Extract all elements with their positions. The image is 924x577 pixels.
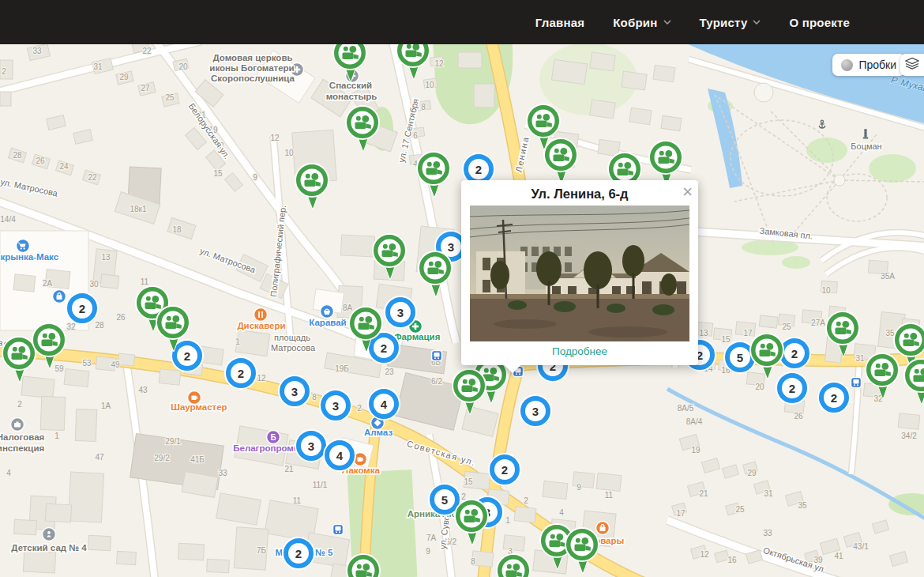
bus-stop-icon[interactable]: [333, 525, 344, 535]
house-number: 41: [834, 552, 843, 560]
park-fountain: [754, 83, 773, 102]
house-number: 41Б: [190, 455, 205, 464]
bag-icon[interactable]: [596, 522, 610, 535]
bag-icon[interactable]: [53, 290, 66, 304]
cluster-marker[interactable]: 3: [279, 375, 310, 407]
building: [590, 52, 615, 71]
house-number: 1: [54, 432, 59, 440]
nav-label: Главная: [535, 16, 584, 29]
building: [458, 52, 482, 68]
house-number: 28: [13, 151, 22, 160]
building: [159, 369, 181, 386]
photo-pin-marker[interactable]: [750, 334, 783, 379]
house-number: 31: [764, 489, 773, 498]
poi-label: Дискавери: [237, 321, 285, 330]
cluster-marker[interactable]: 2: [225, 357, 257, 389]
cluster-marker[interactable]: 3: [520, 395, 551, 427]
house-number: 8А/5: [678, 404, 694, 413]
cluster-marker[interactable]: 4: [368, 388, 400, 420]
close-icon[interactable]: ×: [682, 184, 693, 200]
house-number: 2А: [43, 279, 53, 288]
street-label: Матросова: [271, 343, 316, 353]
traffic-button[interactable]: Пробки: [832, 54, 905, 76]
cluster-count: 2: [184, 349, 190, 363]
house-number: 11: [141, 277, 149, 286]
house-number: 9: [426, 547, 430, 556]
photo-pin-marker[interactable]: [2, 337, 36, 383]
statue-icon[interactable]: [863, 129, 868, 138]
briefcase-icon[interactable]: [11, 418, 24, 432]
house-number: 7А: [426, 534, 437, 542]
cluster-count: 2: [381, 341, 387, 355]
fork-icon[interactable]: [254, 308, 268, 322]
poi-label: скрынка-Макс: [0, 252, 59, 262]
house-number: 59: [54, 364, 64, 373]
photo-pin-marker[interactable]: [32, 323, 66, 369]
house-number: 33: [763, 529, 772, 537]
layers-button[interactable]: [900, 54, 924, 76]
house-number: 43/1: [853, 542, 869, 551]
traffic-label: Пробки: [858, 58, 896, 71]
building: [503, 535, 525, 552]
cluster-count: 4: [381, 398, 388, 411]
house-number: 2: [524, 496, 528, 505]
house-number: 29/2: [154, 454, 170, 462]
cluster-marker[interactable]: 2: [66, 292, 98, 324]
house-number: 6: [413, 131, 418, 140]
building: [462, 406, 498, 437]
cluster-marker[interactable]: 2: [818, 382, 850, 413]
building: [68, 472, 103, 522]
cluster-marker[interactable]: 3: [295, 430, 327, 462]
building: [723, 465, 739, 478]
house-number: 24: [59, 162, 69, 171]
photo-pin-marker[interactable]: [904, 359, 924, 405]
child-icon[interactable]: [43, 528, 56, 541]
house-number: 19Б: [335, 364, 349, 373]
house-number: 17: [743, 329, 753, 338]
nav-item-home[interactable]: Главная: [535, 16, 584, 29]
bus-stop-icon[interactable]: [432, 351, 442, 361]
anchor-icon[interactable]: [819, 120, 825, 128]
cluster-marker[interactable]: 2: [776, 372, 808, 404]
house-number: 9: [253, 173, 257, 182]
cluster-count: 4: [336, 449, 344, 462]
building: [898, 413, 920, 430]
house-number: 9: [577, 483, 581, 492]
building: [118, 353, 134, 366]
house-number: 12: [700, 550, 709, 559]
house-number: 19: [691, 446, 701, 454]
building: [23, 551, 55, 573]
photo-pin-marker[interactable]: [544, 138, 577, 184]
basket-icon[interactable]: [321, 305, 334, 319]
house-number: 20: [178, 62, 188, 71]
svg-text:Б: Б: [270, 433, 276, 442]
cluster-marker[interactable]: 4: [324, 439, 355, 471]
nav-item-kobrin[interactable]: Кобрин: [613, 16, 670, 29]
cluster-marker[interactable]: 3: [385, 296, 416, 328]
bus-stop-icon[interactable]: [851, 378, 862, 388]
photo-pin-marker[interactable]: [497, 554, 530, 577]
nav-item-about[interactable]: О проекте: [789, 16, 850, 29]
house-number: 20: [755, 383, 764, 391]
house-number: 29: [119, 73, 129, 81]
cluster-count: 2: [831, 391, 837, 405]
house-number: 28: [95, 321, 104, 330]
building: [178, 543, 204, 560]
place-popup[interactable]: Ул. Ленина, 6-д ×: [461, 180, 698, 365]
house-number: 8А/4: [686, 417, 703, 426]
building: [117, 551, 137, 564]
house-number: 25: [165, 93, 175, 102]
photo-pin-marker[interactable]: [565, 528, 599, 574]
cluster-marker[interactable]: 3: [320, 390, 351, 421]
poi-label: Налоговая: [0, 432, 44, 442]
cluster-marker[interactable]: 2: [489, 454, 520, 485]
bank-icon[interactable]: Б: [267, 431, 280, 444]
nav-item-tourist[interactable]: Туристу: [700, 16, 761, 29]
details-link[interactable]: Подробнее: [461, 345, 698, 357]
cluster-marker[interactable]: 2: [283, 537, 314, 569]
house-number: 12: [434, 59, 444, 68]
cluster-count: 3: [448, 240, 454, 254]
house-number: 1: [505, 516, 510, 525]
photo-pin-marker[interactable]: [295, 164, 329, 209]
cart-icon[interactable]: [17, 239, 30, 253]
